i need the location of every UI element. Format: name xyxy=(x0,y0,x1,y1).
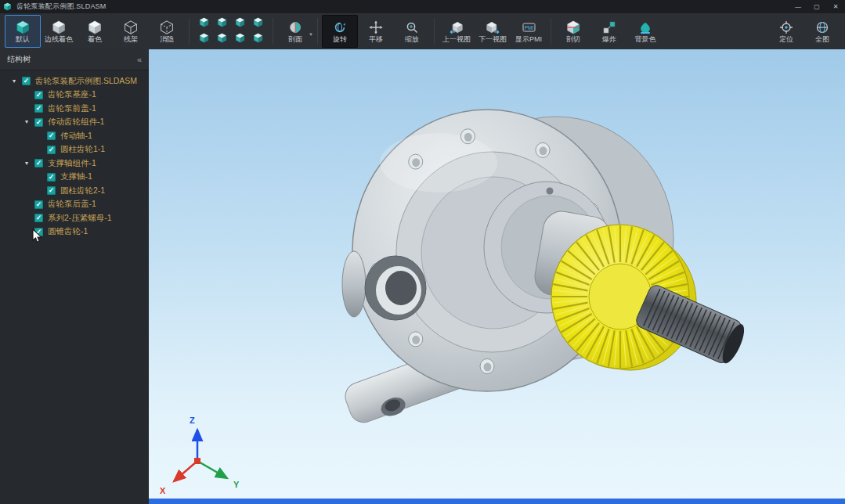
checkbox-checked-icon[interactable]: ✓ xyxy=(34,159,43,167)
tree-item-label: 系列2-压紧螺母-1 xyxy=(48,213,112,224)
expand-arrow-icon[interactable]: ▾ xyxy=(25,159,34,168)
toolbar-view-top-button[interactable] xyxy=(232,16,248,31)
toolbar-separator xyxy=(189,18,190,45)
view-bottom-icon xyxy=(235,32,245,46)
paint-icon xyxy=(638,20,652,34)
toolbar-section-plane-button[interactable]: 剖面▼ xyxy=(277,15,313,48)
toolbar-left-section: 默认边线着色着色线架消隐剖面▼旋转平移缩放上一视图下一视图PMI显示PMI剖切爆… xyxy=(5,13,663,49)
target-icon xyxy=(779,20,793,34)
globe-icon xyxy=(815,20,829,34)
minimize-button[interactable]: — xyxy=(789,0,807,13)
tree-item[interactable]: ✓传动轴-1 xyxy=(0,129,149,143)
checkbox-checked-icon[interactable]: ✓ xyxy=(47,146,56,154)
toolbar-view-left-button[interactable] xyxy=(214,16,230,31)
toolbar-view-right-button[interactable] xyxy=(214,32,230,47)
pmi-icon: PMI xyxy=(522,20,536,34)
checkbox-checked-icon[interactable]: ✓ xyxy=(34,91,43,99)
tree-panel-header: 结构树 « xyxy=(0,49,149,70)
gear-pump-model: Z X Y xyxy=(149,49,845,504)
cube-teal-icon xyxy=(16,20,30,34)
explode-label: 爆炸 xyxy=(602,35,616,43)
toolbar-view-isometric-button[interactable] xyxy=(250,16,266,31)
tree-item[interactable]: ✓圆柱齿轮1-1 xyxy=(0,143,149,157)
tree-item-label: 支撑轴组件-1 xyxy=(48,158,96,169)
tree-panel-title: 结构树 xyxy=(7,54,31,65)
dropdown-caret-icon: ▼ xyxy=(309,32,313,37)
tree-item[interactable]: ✓圆柱齿轮2-1 xyxy=(0,184,149,198)
tree-item-label: 传动轴-1 xyxy=(60,131,92,142)
titlebar: 齿轮泵装配示例图.SLDASM — ▢ ✕ xyxy=(0,0,845,13)
tree-item-label: 圆柱齿轮2-1 xyxy=(60,185,105,196)
toolbar-view-back-button[interactable] xyxy=(196,32,212,47)
window-title: 齿轮泵装配示例图.SLDASM xyxy=(16,2,107,12)
view-front-icon xyxy=(199,16,209,31)
tree-item[interactable]: ▾✓传动齿轮组件-1 xyxy=(0,116,149,130)
toolbar-rotate-button[interactable]: 旋转 xyxy=(322,15,358,48)
toolbar: 默认边线着色着色线架消隐剖面▼旋转平移缩放上一视图下一视图PMI显示PMI剖切爆… xyxy=(0,13,845,50)
toolbar-view-bottom-button[interactable] xyxy=(232,32,248,47)
tree-item[interactable]: ✓齿轮泵后盖-1 xyxy=(0,198,149,212)
window-controls: — ▢ ✕ xyxy=(789,0,845,13)
coordinate-triad: Z X Y xyxy=(160,416,240,495)
toolbar-hidden-line-button[interactable]: 消隐 xyxy=(149,15,185,48)
toolbar-default-view-button[interactable]: 默认 xyxy=(5,15,41,48)
hidden-line-label: 消隐 xyxy=(160,35,174,43)
tree-item-label: 齿轮泵后盖-1 xyxy=(48,199,96,210)
view-top-icon xyxy=(235,16,245,31)
checkbox-checked-icon[interactable]: ✓ xyxy=(47,131,56,140)
tree-item[interactable]: ▾✓齿轮泵装配示例图.SLDASM xyxy=(0,74,149,88)
tree-item[interactable]: ✓支撑轴-1 xyxy=(0,171,149,185)
checkbox-checked-icon[interactable]: ✓ xyxy=(34,118,43,127)
checkbox-checked-icon[interactable]: ✓ xyxy=(22,77,31,85)
tree-item-label: 齿轮泵基座-1 xyxy=(48,89,96,100)
checkbox-checked-icon[interactable]: ✓ xyxy=(34,200,43,209)
toolbar-shaded-button[interactable]: 着色 xyxy=(77,15,113,48)
toolbar-wireframe-button[interactable]: 线架 xyxy=(113,15,149,48)
tree-item[interactable]: ✓圆锥齿轮-1 xyxy=(0,225,149,239)
mouse-cursor xyxy=(32,229,42,243)
checkbox-checked-icon[interactable]: ✓ xyxy=(47,173,56,182)
tree-item[interactable]: ✓齿轮泵基座-1 xyxy=(0,88,149,103)
tree-item[interactable]: ✓系列2-压紧螺母-1 xyxy=(0,211,149,225)
shaded-label: 着色 xyxy=(88,35,102,43)
next-view-label: 下一视图 xyxy=(478,35,507,43)
toolbar-locate-button[interactable]: 定位 xyxy=(768,15,804,48)
toolbar-view-dimetric-button[interactable] xyxy=(250,32,266,47)
prev-view-icon xyxy=(450,20,464,34)
close-button[interactable]: ✕ xyxy=(826,0,845,13)
checkbox-checked-icon[interactable]: ✓ xyxy=(34,214,43,222)
section-icon xyxy=(288,20,302,34)
collapse-panel-button[interactable]: « xyxy=(137,55,142,64)
shaded-with-edges-label: 边线着色 xyxy=(45,35,73,43)
toolbar-pan-button[interactable]: 平移 xyxy=(358,15,394,48)
toolbar-zoom-button[interactable]: 缩放 xyxy=(394,15,430,48)
toolbar-view-front-button[interactable] xyxy=(196,16,212,31)
tree-item-label: 支撑轴-1 xyxy=(60,171,92,182)
tree-item[interactable]: ▾✓支撑轴组件-1 xyxy=(0,157,149,171)
toolbar-next-view-button[interactable]: 下一视图 xyxy=(475,15,511,48)
toolbar-shaded-with-edges-button[interactable]: 边线着色 xyxy=(41,15,77,48)
toolbar-background-color-button[interactable]: 背景色 xyxy=(627,15,663,48)
tree-item-label: 圆锥齿轮-1 xyxy=(48,226,88,237)
cube-wireframe-icon xyxy=(124,20,138,34)
structure-tree: ▾✓齿轮泵装配示例图.SLDASM✓齿轮泵基座-1✓齿轮泵前盖-1▾✓传动齿轮组… xyxy=(0,70,149,239)
locate-label: 定位 xyxy=(779,35,793,43)
explode-icon xyxy=(602,20,616,34)
toolbar-previous-view-button[interactable]: 上一视图 xyxy=(439,15,475,48)
expand-arrow-icon[interactable]: ▾ xyxy=(13,77,22,86)
toolbar-section-cut-button[interactable]: 剖切 xyxy=(555,15,591,48)
toolbar-explode-button[interactable]: 爆炸 xyxy=(591,15,627,48)
toolbar-fit-all-button[interactable]: 全图 xyxy=(804,15,840,48)
triad-y-label: Y xyxy=(233,480,240,489)
checkbox-checked-icon[interactable]: ✓ xyxy=(47,186,56,195)
view-orientation-group xyxy=(196,16,266,47)
toolbar-separator xyxy=(317,18,318,45)
checkbox-checked-icon[interactable]: ✓ xyxy=(34,104,43,113)
cut-icon xyxy=(566,20,580,34)
tree-item[interactable]: ✓齿轮泵前盖-1 xyxy=(0,102,149,116)
viewport-3d[interactable]: Z X Y xyxy=(149,49,845,504)
expand-arrow-icon[interactable]: ▾ xyxy=(25,117,34,127)
maximize-button[interactable]: ▢ xyxy=(807,0,826,13)
toolbar-show-pmi-button[interactable]: PMI显示PMI xyxy=(511,15,547,48)
next-view-icon xyxy=(486,20,500,34)
